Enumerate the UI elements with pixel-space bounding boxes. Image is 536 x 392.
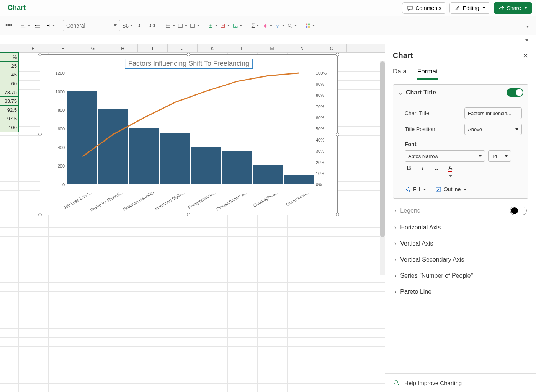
section-horizontal-axis[interactable]: › Horizontal Axis	[393, 220, 528, 236]
section-pareto-line[interactable]: › Pareto Line	[393, 284, 528, 300]
col-header[interactable]: J	[168, 44, 198, 52]
col-header[interactable]: K	[198, 44, 227, 52]
legend-toggle[interactable]	[510, 207, 527, 215]
font-heading: Font	[405, 141, 522, 147]
align-button[interactable]	[20, 21, 30, 31]
cell[interactable]: 92.5	[0, 105, 19, 114]
section-header-chart-title[interactable]: ⌄ Chart Title	[393, 85, 528, 101]
chevron-right-icon: ›	[394, 256, 396, 263]
indent-button[interactable]	[33, 21, 42, 31]
chevron-down-icon	[479, 155, 482, 157]
tab-data[interactable]: Data	[393, 68, 407, 80]
tab-format[interactable]: Format	[417, 68, 438, 80]
fill-button[interactable]: Fill	[405, 186, 426, 192]
chart-title-text[interactable]: Factors Influencing Shift To Freelancing	[125, 59, 253, 69]
collapse-button[interactable]	[525, 37, 528, 42]
cell[interactable]: %	[0, 52, 19, 62]
title-position-select[interactable]: Above	[464, 124, 522, 135]
col-header[interactable]: G	[78, 44, 108, 52]
editing-group: Σ	[247, 19, 300, 33]
section-legend[interactable]: › Legend	[393, 202, 528, 220]
editing-button[interactable]: Editing	[449, 2, 490, 14]
outline-button[interactable]: Outline	[435, 186, 467, 192]
chart-title-input[interactable]: Factors Influencin...	[464, 107, 522, 119]
increase-decimal-button[interactable]: .00	[147, 21, 157, 31]
col-header[interactable]: H	[108, 44, 138, 52]
section-chart-title: ⌄ Chart Title Chart Title Factors Influe…	[393, 84, 528, 199]
decrease-decimal-button[interactable]: .0	[135, 21, 145, 31]
cell[interactable]: 45	[0, 70, 19, 79]
addins-button[interactable]	[305, 21, 315, 31]
close-pane-button[interactable]: ✕	[523, 52, 528, 60]
ribbon-expand-button[interactable]	[521, 22, 534, 29]
currency-button[interactable]: $€	[123, 21, 132, 31]
share-button[interactable]: Share	[494, 2, 532, 14]
pane-footer[interactable]: Help Improve Charting	[385, 373, 536, 392]
chevron-down-icon: ⌄	[398, 89, 403, 96]
col-header[interactable]: F	[48, 44, 78, 52]
format-button[interactable]	[232, 21, 242, 31]
x-axis: Job Loss Due t...Desire for Flexibili...…	[67, 185, 314, 215]
italic-button[interactable]: I	[418, 165, 427, 179]
chevron-down-icon	[482, 7, 485, 9]
more-commands-button[interactable]: •••	[2, 21, 16, 29]
chart-title-toggle[interactable]	[507, 88, 523, 97]
pane-title: Chart	[393, 51, 523, 60]
comments-button[interactable]: Comments	[402, 2, 446, 14]
underline-button[interactable]: U	[432, 165, 441, 179]
cell[interactable]: 100	[0, 123, 19, 132]
svg-rect-6	[233, 24, 237, 27]
col-header[interactable]: L	[227, 44, 257, 52]
format-cells-button[interactable]	[190, 21, 199, 31]
cell[interactable]: 73.75	[0, 88, 19, 97]
section-vertical-axis[interactable]: › Vertical Axis	[393, 236, 528, 252]
clear-button[interactable]	[262, 21, 272, 31]
y-axis-left: 020040060080010001200	[55, 73, 66, 184]
wrap-button[interactable]	[45, 21, 55, 31]
svg-rect-12	[308, 26, 310, 27]
bold-button[interactable]: B	[405, 165, 413, 179]
number-format-select[interactable]: General	[63, 20, 120, 31]
col-header[interactable]: M	[257, 44, 287, 52]
insert-cells-button[interactable]	[165, 21, 175, 31]
col-header[interactable]: I	[138, 44, 168, 52]
pencil-icon	[454, 5, 461, 11]
chevron-down-icon	[423, 189, 426, 190]
autosum-button[interactable]: Σ	[250, 21, 260, 31]
spreadsheet[interactable]: E F G H I J K L M N O % 25 45 60 73.75 8…	[0, 44, 385, 392]
font-family-select[interactable]: Aptos Narrow	[405, 150, 485, 162]
sub-ribbon	[0, 35, 536, 44]
insert-button[interactable]	[208, 21, 217, 31]
comments-label: Comments	[415, 5, 441, 11]
col-header[interactable]: O	[317, 44, 347, 52]
svg-rect-9	[306, 23, 307, 25]
cells-group	[162, 19, 203, 33]
cell[interactable]: 83.75	[0, 96, 19, 106]
section-series[interactable]: › Series "Number of People"	[393, 268, 528, 284]
addins-group	[302, 19, 318, 33]
label-chart-title: Chart Title	[405, 110, 460, 116]
col-header[interactable]: E	[18, 44, 48, 52]
section-heading: Chart Title	[406, 89, 507, 96]
column-headers: E F G H I J K L M N O	[0, 44, 385, 53]
delete-button[interactable]	[220, 21, 230, 31]
col-header[interactable]: N	[287, 44, 317, 52]
font-color-button[interactable]: A	[446, 165, 454, 179]
find-button[interactable]	[287, 21, 297, 31]
font-size-select[interactable]: 14	[488, 150, 511, 162]
cell[interactable]: 97.5	[0, 114, 19, 123]
outline-icon	[435, 186, 441, 192]
chart-object[interactable]: Factors Influencing Shift To Freelancing…	[40, 54, 338, 215]
svg-point-8	[288, 24, 291, 26]
chevron-down-icon	[114, 24, 117, 26]
section-vertical-secondary-axis[interactable]: › Vertical Secondary Axis	[393, 252, 528, 268]
cell[interactable]: 60	[0, 79, 19, 88]
chevron-down-icon	[505, 155, 508, 157]
vertical-scrollbar[interactable]	[380, 61, 385, 275]
delete-cells-button[interactable]	[177, 21, 187, 31]
chevron-down-icon	[515, 128, 518, 130]
sort-filter-button[interactable]	[275, 21, 284, 31]
cell[interactable]: 25	[0, 61, 19, 70]
grid-body[interactable]: % 25 45 60 73.75 83.75 92.5 97.5 100 Fac…	[0, 53, 385, 392]
chart-format-pane: Chart ✕ Data Format ⌄ Chart Title Chart …	[385, 44, 536, 392]
